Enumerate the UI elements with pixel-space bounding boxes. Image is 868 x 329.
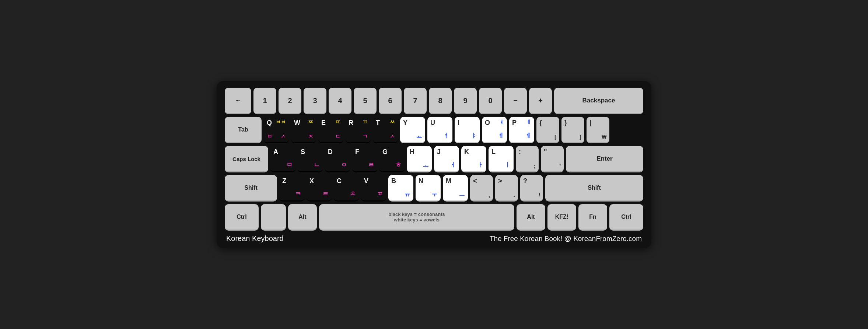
key-w[interactable]: W ㅉ ㅈ	[291, 117, 316, 143]
alt-left-label: Alt	[298, 214, 306, 220]
shift-right-label: Shift	[588, 185, 601, 191]
asdf-row: Caps Lock A ㅁ S ㄴ D ㅇ F ㄹ	[225, 146, 643, 172]
key-ctrl-right[interactable]: Ctrl	[609, 204, 643, 231]
key-alt-left[interactable]: Alt	[288, 204, 317, 231]
key-t[interactable]: T ㅆ ㅅ	[373, 117, 398, 143]
qwerty-row: Tab Q ㅂㅂ ㅂ ㅅ W ㅉ ㅈ E ㄸ ㄷ R	[225, 117, 643, 143]
key-h[interactable]: H ㅗ	[407, 146, 432, 172]
key-greater-than[interactable]: > .	[495, 175, 518, 202]
key-s[interactable]: S ㄴ	[298, 146, 323, 172]
key-9[interactable]: 9	[454, 88, 477, 114]
alt-right-label: Alt	[527, 214, 535, 220]
key-shift-left[interactable]: Shift	[225, 175, 277, 202]
backspace-label: Backspace	[582, 97, 615, 104]
key-g[interactable]: G ㅎ	[379, 146, 405, 172]
keyboard-container: ~ 1 2 3 4 5 6 7 8	[217, 81, 651, 248]
caps-lock-label: Caps Lock	[232, 156, 260, 162]
key-open-bracket[interactable]: { [	[536, 117, 559, 143]
key-i[interactable]: I ㅑ	[455, 117, 480, 143]
key-d[interactable]: D ㅇ	[325, 146, 350, 172]
key-l[interactable]: L ㅣ	[489, 146, 514, 172]
key-y[interactable]: Y ㅛ	[400, 117, 425, 143]
key-p[interactable]: P ㅖ ㅖ	[509, 117, 534, 143]
key-j[interactable]: J ㅓ	[434, 146, 459, 172]
key-minus[interactable]: −	[504, 88, 527, 114]
bottom-row: Ctrl Alt black keys = consonants white k…	[225, 204, 643, 231]
key-8[interactable]: 8	[429, 88, 452, 114]
key-6[interactable]: 6	[379, 88, 402, 114]
key-caps-lock[interactable]: Caps Lock	[225, 146, 268, 172]
key-empty-left	[261, 204, 286, 231]
key-fn[interactable]: Fn	[578, 204, 607, 231]
tab-label: Tab	[238, 126, 248, 133]
key-less-than[interactable]: < ,	[470, 175, 493, 202]
key-tab[interactable]: Tab	[225, 117, 262, 143]
keyboard-footer: Korean Keyboard The Free Korean Book! @ …	[225, 234, 643, 243]
key-1[interactable]: 1	[253, 88, 276, 114]
key-ctrl-left[interactable]: Ctrl	[225, 204, 259, 231]
key-c[interactable]: C ㅊ	[334, 175, 359, 202]
kfz-label: KFZ!	[555, 214, 568, 220]
key-alt-right[interactable]: Alt	[517, 204, 545, 231]
key-backspace[interactable]: Backspace	[554, 88, 643, 114]
key-e[interactable]: E ㄸ ㄷ	[318, 117, 343, 143]
key-n[interactable]: N ㅜ	[416, 175, 441, 202]
zxcv-row: Shift Z ㅋ X ㅌ C ㅊ V ㅍ B	[225, 175, 643, 202]
key-u[interactable]: U ㅕ	[427, 117, 452, 143]
key-k[interactable]: K ㅏ	[461, 146, 486, 172]
shift-left-label: Shift	[244, 185, 258, 191]
key-x[interactable]: X ㅌ	[307, 175, 332, 202]
key-tilde[interactable]: ~	[225, 88, 251, 114]
key-kfz[interactable]: KFZ!	[547, 204, 576, 231]
key-q[interactable]: Q ㅂㅂ ㅂ ㅅ	[264, 117, 289, 143]
key-f[interactable]: F ㄹ	[352, 146, 377, 172]
key-4[interactable]: 4	[329, 88, 351, 114]
key-colon[interactable]: : ;	[516, 146, 539, 172]
key-o[interactable]: O ㅒ ㅖ	[482, 117, 507, 143]
key-0[interactable]: 0	[479, 88, 502, 114]
keyboard-subtitle: The Free Korean Book! @ KoreanFromZero.c…	[490, 235, 642, 243]
key-plus[interactable]: +	[529, 88, 552, 114]
key-v[interactable]: V ㅍ	[361, 175, 386, 202]
key-enter[interactable]: Enter	[566, 146, 643, 172]
key-space[interactable]: black keys = consonants white keys = vow…	[319, 204, 514, 231]
key-b[interactable]: B ㅠ	[388, 175, 413, 202]
fn-label: Fn	[589, 214, 596, 220]
key-close-bracket[interactable]: } ]	[561, 117, 584, 143]
key-z[interactable]: Z ㅋ	[279, 175, 304, 202]
key-question[interactable]: ? /	[520, 175, 543, 202]
ctrl-right-label: Ctrl	[621, 214, 631, 220]
number-row: ~ 1 2 3 4 5 6 7 8	[225, 88, 643, 114]
keyboard-rows: ~ 1 2 3 4 5 6 7 8	[225, 88, 643, 231]
key-quote[interactable]: " '	[541, 146, 564, 172]
key-shift-right[interactable]: Shift	[545, 175, 643, 202]
key-m[interactable]: M ㅡ	[443, 175, 468, 202]
key-5[interactable]: 5	[354, 88, 377, 114]
key-2[interactable]: 2	[279, 88, 301, 114]
key-a[interactable]: A ㅁ	[270, 146, 295, 172]
space-legend: black keys = consonants white keys = vow…	[388, 211, 445, 223]
keyboard-title: Korean Keyboard	[226, 234, 284, 243]
key-pipe[interactable]: | ₩	[587, 117, 609, 143]
ctrl-left-label: Ctrl	[237, 214, 247, 220]
key-3[interactable]: 3	[304, 88, 326, 114]
key-r[interactable]: R ㄲ ㄱ	[346, 117, 371, 143]
enter-label: Enter	[596, 155, 612, 162]
key-7[interactable]: 7	[404, 88, 427, 114]
